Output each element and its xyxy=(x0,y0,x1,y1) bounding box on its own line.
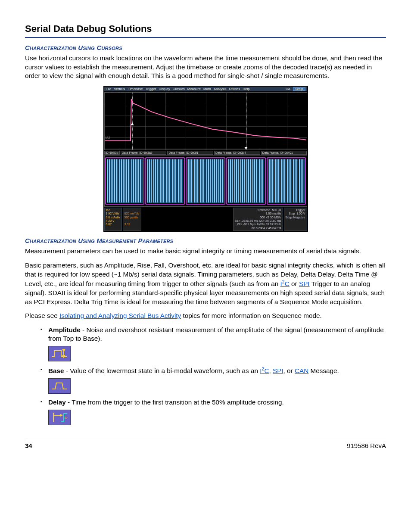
section-params-heading: Characterization Using Measurement Param… xyxy=(25,237,386,244)
revision: 919586 RevA xyxy=(347,442,386,449)
section-cursors-para: Use horizontal cursors to mark locations… xyxy=(25,54,386,81)
frame-label: Data Frame, ID=0x3f1 xyxy=(167,151,213,155)
frame-label: Data Frame, ID=0x3a5 xyxy=(121,151,167,155)
footer: 34 919586 RevA xyxy=(25,442,386,449)
frame-label: Data Frame, ID=0x401 xyxy=(261,151,307,155)
section-params-p3: Please see Isolating and Analyzing Seria… xyxy=(25,311,386,320)
scope-menu-item: Help xyxy=(243,87,249,91)
page-number: 34 xyxy=(25,442,32,449)
frame-labels: ID=0x53d Data Frame, ID=0x3a5 Data Frame… xyxy=(104,151,307,155)
oscilloscope-screenshot: File Vertical Timebase Trigger Display C… xyxy=(103,86,308,232)
list-item-base: Base - Value of the lowermost state in a… xyxy=(48,366,386,394)
can-link[interactable]: CAN xyxy=(295,367,308,374)
m2-label: M2 xyxy=(106,136,110,140)
title-rule xyxy=(25,37,386,38)
list-item-amplitude: Amplitude - Noise and overshoot resistan… xyxy=(48,326,386,361)
amplitude-icon xyxy=(48,346,71,361)
i2c-link[interactable]: I2C xyxy=(260,367,269,374)
section-cursors-heading: Characterization Using Cursors xyxy=(25,44,386,51)
page-title: Serial Data Debug Solutions xyxy=(25,23,386,34)
readout-timebase: Timebase 500 µs 1.00 ms/div 500 kS 50 MS… xyxy=(233,208,283,231)
scope-menu-item: File xyxy=(106,87,112,91)
list-item-delay: Delay - Time from the trigger to the fir… xyxy=(48,398,386,425)
scope-ca: CA xyxy=(286,87,290,91)
scope-menu-item: Math xyxy=(203,87,211,91)
frame-label: Data Frame, ID=0x3b4 xyxy=(214,151,260,155)
scope-setup: Setup xyxy=(293,87,305,91)
section-params-p1: Measurement parameters can be used to ma… xyxy=(25,247,386,256)
decoded-frames xyxy=(104,155,307,207)
scope-menu-item: Timebase xyxy=(128,87,143,91)
svg-marker-4 xyxy=(60,414,63,417)
readout-m2: M2 1.92 V/div 6.8 mA/div 4.20 V 0.87 xyxy=(104,208,122,231)
delay-icon: 50 xyxy=(48,410,71,425)
svg-text:50: 50 xyxy=(65,417,68,419)
scope-menu: File Vertical Timebase Trigger Display C… xyxy=(104,87,307,91)
scope-menu-item: Display xyxy=(159,87,170,91)
scope-menu-item: Vertical xyxy=(114,87,125,91)
readout-zoom: 825 mV/div 500 µs/div 3.33 xyxy=(123,208,141,231)
scope-menu-item: Cursors xyxy=(173,87,185,91)
isolating-link[interactable]: Isolating and Analyzing Serial Bus Activ… xyxy=(59,312,181,319)
scope-menu-item: Analysis xyxy=(214,87,227,91)
readout-trigger: Trigger Stop 1.00 V Edge Negative xyxy=(284,208,307,231)
frame-label: ID=0x53d xyxy=(104,151,120,155)
footer-rule xyxy=(25,440,386,440)
scope-readout: M2 1.92 V/div 6.8 mA/div 4.20 V 0.87 825… xyxy=(104,208,307,231)
scope-menu-item: Trigger xyxy=(145,87,156,91)
spi-link[interactable]: SPI xyxy=(273,367,283,374)
section-params-p2: Basic parameters, such as Amplitude, Ris… xyxy=(25,261,386,306)
scope-menu-item: Utilities xyxy=(229,87,240,91)
base-icon xyxy=(48,378,71,394)
spi-link[interactable]: SPI xyxy=(299,280,310,287)
scope-menu-item: Measure xyxy=(187,87,201,91)
parameter-list: Amplitude - Noise and overshoot resistan… xyxy=(25,326,386,425)
i2c-link[interactable]: I2C xyxy=(280,280,290,287)
waveform-area: M2 xyxy=(104,92,307,150)
